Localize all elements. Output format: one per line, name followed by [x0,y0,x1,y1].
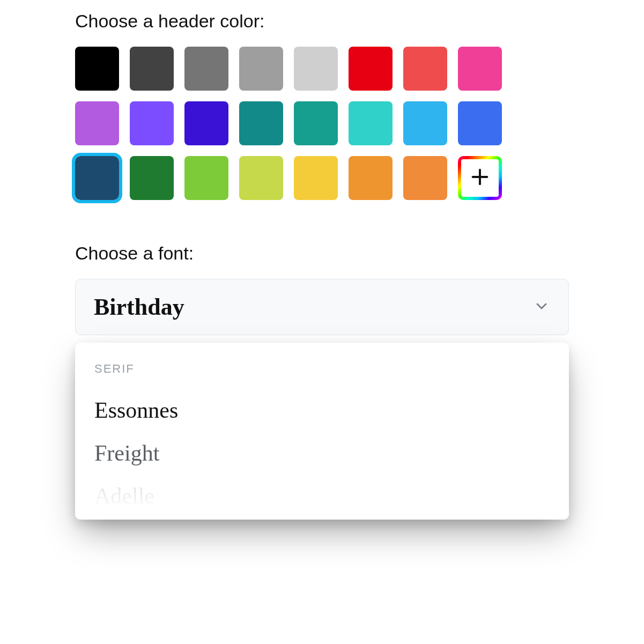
color-swatch[interactable] [130,101,174,145]
color-swatch[interactable] [239,156,283,200]
header-color-label: Choose a header color: [75,11,569,32]
font-option-adelle[interactable]: Adelle [94,477,550,520]
font-option-essonnes[interactable]: Essonnes [94,391,550,434]
color-swatch[interactable] [75,156,119,200]
color-swatch[interactable] [458,47,502,91]
font-option-freight[interactable]: Freight [94,434,550,477]
color-swatch[interactable] [294,101,338,145]
color-swatch[interactable] [294,47,338,91]
color-swatch[interactable] [403,47,447,91]
color-swatch[interactable] [130,156,174,200]
color-swatch[interactable] [184,156,228,200]
color-swatch[interactable] [349,101,393,145]
font-dropdown: SERIF Essonnes Freight Adelle [75,343,569,520]
color-swatch[interactable] [239,47,283,91]
color-swatch[interactable] [403,156,447,200]
custom-color-button[interactable] [458,156,502,200]
chevron-down-icon [533,298,550,317]
color-swatch[interactable] [130,47,174,91]
color-swatch[interactable] [75,47,119,91]
font-group-label: SERIF [94,362,550,376]
color-swatch[interactable] [349,156,393,200]
color-swatch[interactable] [294,156,338,200]
color-swatch[interactable] [239,101,283,145]
color-swatch[interactable] [184,47,228,91]
color-grid [75,47,569,200]
color-swatch[interactable] [184,101,228,145]
color-swatch[interactable] [403,101,447,145]
color-swatch[interactable] [349,47,393,91]
font-selected-value: Birthday [94,293,184,321]
color-swatch[interactable] [458,101,502,145]
color-swatch[interactable] [75,101,119,145]
font-select[interactable]: Birthday [75,279,569,335]
plus-icon [469,166,491,190]
font-label: Choose a font: [75,243,569,264]
